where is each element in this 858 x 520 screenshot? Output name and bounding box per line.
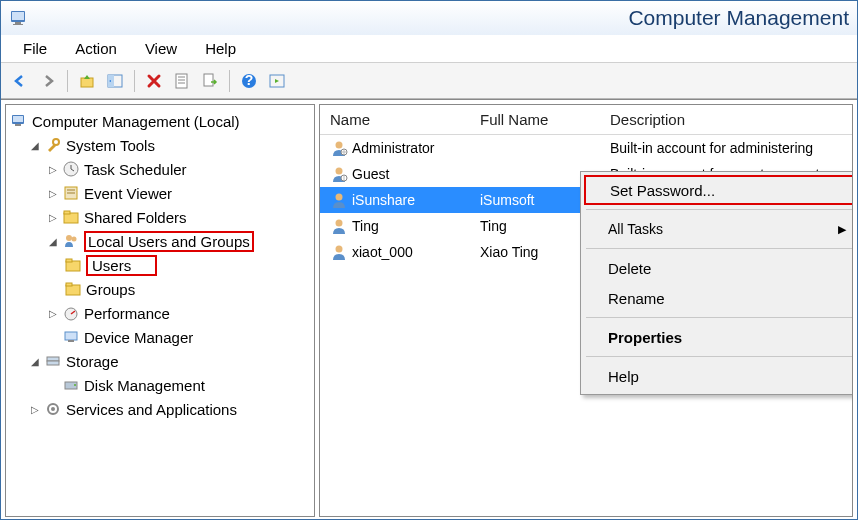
user-name: iSunshare: [352, 192, 415, 208]
spacer: [46, 330, 60, 344]
delete-button[interactable]: [141, 68, 167, 94]
ctx-rename[interactable]: Rename: [584, 283, 853, 313]
context-menu: Set Password... All Tasks▶ Delete Rename…: [580, 171, 853, 395]
tree-label: System Tools: [66, 137, 155, 154]
list-header: Name Full Name Description: [320, 105, 852, 135]
collapse-icon[interactable]: ◢: [46, 234, 60, 248]
ctx-properties[interactable]: Properties: [584, 322, 853, 352]
context-separator: [586, 317, 853, 318]
event-icon: [62, 184, 80, 202]
menu-action[interactable]: Action: [61, 37, 131, 60]
expand-icon[interactable]: ▷: [46, 306, 60, 320]
user-icon: [330, 165, 348, 183]
tree-label: Device Manager: [84, 329, 193, 346]
user-full-name: Xiao Ting: [480, 244, 538, 260]
content-area: Computer Management (Local) ◢ System Too…: [1, 99, 857, 520]
computer-icon: [10, 112, 28, 130]
svg-point-39: [51, 407, 55, 411]
menu-bar: File Action View Help: [1, 35, 857, 63]
svg-rect-4: [81, 78, 93, 87]
svg-point-26: [72, 237, 77, 242]
tree-panel: Computer Management (Local) ◢ System Too…: [5, 104, 315, 517]
window-title: Computer Management: [628, 6, 849, 30]
menu-help[interactable]: Help: [191, 37, 250, 60]
tree-services-apps[interactable]: ▷ Services and Applications: [6, 397, 314, 421]
svg-point-42: [336, 168, 343, 175]
tree-label: Performance: [84, 305, 170, 322]
column-description[interactable]: Description: [600, 105, 852, 134]
column-name[interactable]: Name: [320, 105, 470, 134]
collapse-icon[interactable]: ◢: [28, 354, 42, 368]
svg-point-18: [53, 139, 59, 145]
tree-local-users-groups[interactable]: ◢ Local Users and Groups: [6, 229, 314, 253]
disk-icon: [62, 376, 80, 394]
ctx-set-password[interactable]: Set Password...: [584, 175, 853, 205]
expand-icon[interactable]: ▷: [28, 402, 42, 416]
user-name: Ting: [352, 218, 379, 234]
ctx-delete[interactable]: Delete: [584, 253, 853, 283]
toolbar-separator: [134, 70, 135, 92]
performance-icon: [62, 304, 80, 322]
ctx-help[interactable]: Help: [584, 361, 853, 391]
expand-icon[interactable]: ▷: [46, 186, 60, 200]
column-full-name[interactable]: Full Name: [470, 105, 600, 134]
context-separator: [586, 248, 853, 249]
svg-rect-17: [15, 124, 21, 126]
tree-task-scheduler[interactable]: ▷ Task Scheduler: [6, 157, 314, 181]
user-description: Built-in account for administering: [610, 140, 813, 156]
refresh-button[interactable]: [264, 68, 290, 94]
ctx-label: All Tasks: [608, 221, 663, 237]
folder-icon: [64, 280, 82, 298]
storage-icon: [44, 352, 62, 370]
tree-system-tools[interactable]: ◢ System Tools: [6, 133, 314, 157]
tree-storage[interactable]: ◢ Storage: [6, 349, 314, 373]
tree-event-viewer[interactable]: ▷ Event Viewer: [6, 181, 314, 205]
show-hide-button[interactable]: [102, 68, 128, 94]
svg-rect-11: [204, 74, 213, 86]
user-name: Guest: [352, 166, 389, 182]
shared-folder-icon: [62, 208, 80, 226]
tree-users[interactable]: Users: [6, 253, 314, 277]
tree-groups[interactable]: Groups: [6, 277, 314, 301]
svg-point-25: [66, 235, 72, 241]
user-name: xiaot_000: [352, 244, 413, 260]
collapse-icon[interactable]: ◢: [28, 138, 42, 152]
forward-button[interactable]: [35, 68, 61, 94]
users-groups-icon: [62, 232, 80, 250]
menu-view[interactable]: View: [131, 37, 191, 60]
svg-point-45: [336, 220, 343, 227]
back-button[interactable]: [7, 68, 33, 94]
toolbar-separator: [229, 70, 230, 92]
svg-rect-7: [176, 74, 187, 88]
submenu-arrow-icon: ▶: [838, 223, 846, 236]
tree-label: Shared Folders: [84, 209, 187, 226]
tree-root[interactable]: Computer Management (Local): [6, 109, 314, 133]
up-button[interactable]: [74, 68, 100, 94]
user-icon: [330, 243, 348, 261]
svg-rect-35: [47, 361, 59, 365]
tools-icon: [44, 136, 62, 154]
tree-performance[interactable]: ▷ Performance: [6, 301, 314, 325]
clock-icon: [62, 160, 80, 178]
tree-label: Services and Applications: [66, 401, 237, 418]
tree-disk-management[interactable]: Disk Management: [6, 373, 314, 397]
expand-icon[interactable]: ▷: [46, 162, 60, 176]
export-button[interactable]: [197, 68, 223, 94]
folder-icon: [64, 256, 82, 274]
tree-shared-folders[interactable]: ▷ Shared Folders: [6, 205, 314, 229]
context-separator: [586, 356, 853, 357]
svg-point-40: [336, 142, 343, 149]
svg-rect-28: [66, 259, 72, 262]
expand-icon[interactable]: ▷: [46, 210, 60, 224]
context-separator: [586, 209, 853, 210]
list-row[interactable]: Administrator Built-in account for admin…: [320, 135, 852, 161]
tree-label: Task Scheduler: [84, 161, 187, 178]
properties-button[interactable]: [169, 68, 195, 94]
tree-label: Computer Management (Local): [32, 113, 240, 130]
ctx-all-tasks[interactable]: All Tasks▶: [584, 214, 853, 244]
user-icon: [330, 139, 348, 157]
menu-file[interactable]: File: [9, 37, 61, 60]
help-button[interactable]: ?: [236, 68, 262, 94]
device-icon: [62, 328, 80, 346]
tree-device-manager[interactable]: Device Manager: [6, 325, 314, 349]
